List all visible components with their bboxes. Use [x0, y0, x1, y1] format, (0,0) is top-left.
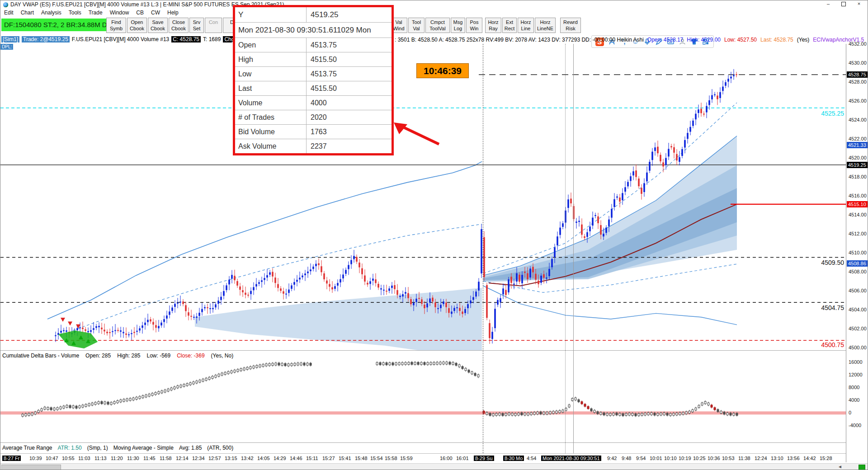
menu-chart[interactable]: Chart — [17, 9, 38, 16]
scrollbar-arrow-icon[interactable]: ◄ — [838, 464, 842, 469]
tooltip-row-label: High — [235, 52, 307, 66]
price-tick: 4510.00 — [849, 250, 867, 255]
tool-values-tooltip: Y 4519.25 Mon 2021-08-30 09:30:51.611029… — [233, 5, 394, 155]
time-axis-label: 10:55 — [62, 456, 75, 461]
tooltip-row: Bid Volume1763 — [235, 125, 392, 139]
title-bar: DAY VWAP (ES) F.US.EPU21 [CBV][M] 4000 V… — [0, 0, 868, 9]
chart-price-label: 4500.75 — [810, 341, 844, 348]
time-axis-label: 11:30 — [127, 456, 139, 461]
price-tick: 4528.00 — [849, 79, 867, 85]
price-tick: 4532.00 — [849, 41, 867, 47]
price-tick: 4518.00 — [849, 174, 867, 179]
time-axis-label: 14:05 — [257, 456, 270, 461]
time-axis-label: 15:28 — [820, 456, 832, 461]
price-tick: 4500.00 — [849, 345, 867, 350]
main-price-chart[interactable] — [0, 44, 846, 350]
delta-label-segment: (Yes, No) — [211, 352, 234, 359]
panel-divider[interactable] — [0, 442, 846, 443]
annotation-arrow — [392, 121, 445, 148]
toolbar-button-findsymb[interactable]: FindSymb — [106, 18, 126, 33]
time-axis-label: 13:56 — [787, 456, 800, 461]
toolbar-button-horzray[interactable]: HorzRay — [485, 18, 501, 33]
menu-edit[interactable]: Edit — [0, 9, 17, 16]
toolbar: DF:1504080 ST:2, 2 BR:34.88M DL:0 FindSy… — [0, 17, 868, 37]
delta-axis-tick: 16000 — [849, 359, 863, 365]
time-axis-label: 8-29 Su — [474, 456, 494, 461]
chart-status-line-left: [Sim1]Trade: 2@4519.25F.US.EPU21 [CBV][M… — [1, 36, 262, 43]
toolbar-button-savecbook[interactable]: SaveCbook — [148, 18, 168, 33]
status-segment: [Sim1] — [1, 36, 19, 42]
application-window: DAY VWAP (ES) F.US.EPU21 [CBV][M] 4000 V… — [0, 0, 868, 470]
time-axis-label: 16:01 — [456, 456, 469, 461]
menu-help[interactable]: Help — [164, 9, 182, 16]
price-badge: 4508.86 — [847, 260, 868, 267]
toolbar-button-horzline[interactable]: HorzLine — [518, 18, 534, 33]
app-globe-icon — [3, 2, 8, 7]
time-axis-label: 12:24 — [755, 456, 767, 461]
atr-label-segment: ATR: 1.50 — [58, 445, 82, 451]
time-axis-label: 10:39 — [29, 456, 42, 461]
delta-label-segment: Open: 285 — [85, 352, 111, 359]
menu-bar: EditChartAnalysisToolsTradeWindowCBCWHel… — [0, 9, 868, 17]
menu-window[interactable]: Window — [106, 9, 133, 16]
toolbar-button-toolval[interactable]: ToolVal — [408, 18, 425, 33]
status-segment: F.US.EPU21 [CBV][M] 4000 Volume #13 — [72, 36, 169, 42]
toolbar-button-msglog[interactable]: MsgLog — [451, 18, 465, 33]
time-axis-label: 11:20 — [111, 456, 123, 461]
time-axis-label: 11:38 — [738, 456, 750, 461]
atr-label-segment: Moving Average - Simple — [113, 445, 174, 451]
chart-status-line-right: : 3501 B: 4528.50 A: 4528.75 252x78 RV:4… — [395, 36, 868, 43]
menu-cw[interactable]: CW — [147, 9, 164, 16]
price-tick: 4514.00 — [849, 212, 867, 217]
panel-divider[interactable] — [0, 350, 846, 351]
toolbar-button-closecbook[interactable]: CloseCbook — [169, 18, 189, 33]
tooltip-row-value: 4000 — [307, 99, 327, 107]
time-axis-label: 10:47 — [46, 456, 58, 461]
time-axis-label: 9:48 — [622, 456, 631, 461]
time-axis-label: 15:41 — [339, 456, 351, 461]
toolbar-button-extrect[interactable]: ExtRect — [502, 18, 517, 33]
close-button[interactable]: × — [851, 0, 867, 8]
menu-analysis[interactable]: Analysis — [38, 9, 65, 16]
delta-axis-tick: 8000 — [849, 385, 859, 390]
status-segment: (Yes) — [797, 37, 810, 43]
delta-label-segment: Cumulative Delta Bars - Volume — [2, 352, 79, 359]
price-tick: 4512.00 — [849, 231, 867, 236]
price-tick: 4508.00 — [849, 269, 867, 274]
minimize-button[interactable]: – — [821, 0, 836, 8]
session-line — [483, 44, 483, 453]
price-tick: 4522.00 — [849, 136, 867, 141]
cumulative-delta-chart[interactable] — [0, 360, 846, 442]
tooltip-row: Last4515.50 — [235, 81, 392, 96]
scrollbar-thumb[interactable] — [1, 465, 61, 470]
time-axis-label: 10:53 — [722, 456, 735, 461]
status-segment: Trade: 2@4519.25 — [22, 36, 70, 42]
time-axis[interactable]: 8-27 Fr10:3910:4710:5511:0311:1311:2011:… — [0, 453, 846, 463]
delta-axis-tick: -4000 — [849, 423, 861, 428]
time-axis-label: 10:25 — [693, 456, 706, 461]
time-axis-label: 10:10 — [664, 456, 677, 461]
menu-trade[interactable]: Trade — [85, 9, 106, 16]
time-axis-label: 14:42 — [803, 456, 816, 461]
restore-button[interactable] — [836, 0, 851, 8]
horizontal-scrollbar[interactable]: ◄ — [0, 463, 868, 470]
toolbar-button-srvset[interactable]: SrvSet — [189, 18, 204, 33]
restore-icon — [841, 2, 846, 6]
menu-tools[interactable]: Tools — [65, 9, 85, 16]
time-axis-label: 4:54 — [527, 456, 536, 461]
menu-cb[interactable]: CB — [132, 9, 147, 16]
toolbar-button-con[interactable]: Con — [205, 18, 222, 33]
time-axis-label: 15:59 — [400, 456, 413, 461]
time-axis-label: 13:15 — [225, 456, 237, 461]
toolbar-button-opencbook[interactable]: OpenCbook — [127, 18, 147, 33]
time-axis-label: 8-27 Fr — [2, 456, 21, 461]
toolbar-button-rewrdrisk[interactable]: RewrdRisk — [560, 18, 581, 33]
toolbar-button-poswin[interactable]: PosWin — [466, 18, 482, 33]
time-axis-label: 10:19 — [679, 456, 691, 461]
tooltip-row-label: Open — [235, 38, 307, 52]
window-controls: – × — [821, 0, 867, 8]
toolbar-button-horzlinene[interactable]: HorzLineNE — [535, 18, 556, 33]
chart-price-label: 4504.75 — [810, 304, 844, 311]
atr-label-segment: Avg: 1.85 — [179, 445, 202, 451]
toolbar-button-cmpcttoolval[interactable]: CmpctToolVal — [425, 18, 450, 33]
